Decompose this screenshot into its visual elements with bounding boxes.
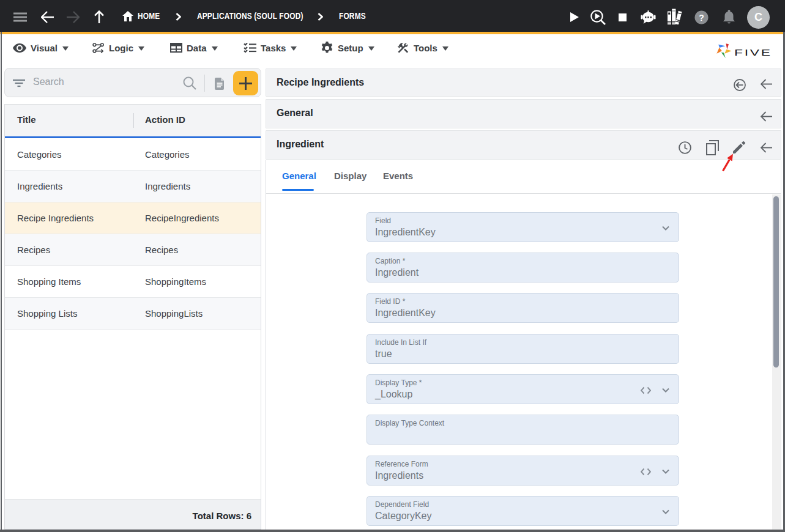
svg-text:?: ? [699,13,704,23]
